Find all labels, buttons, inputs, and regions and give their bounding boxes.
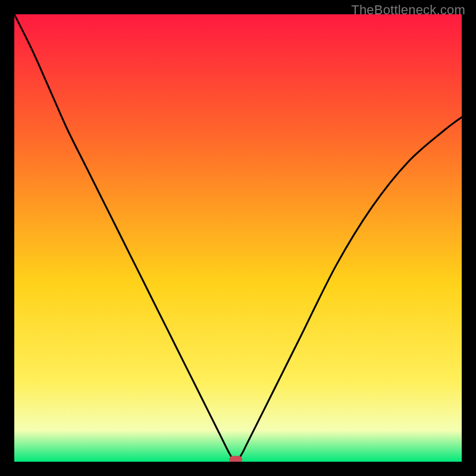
chart-frame: TheBottleneck.com bbox=[0, 0, 476, 476]
svg-rect-0 bbox=[229, 456, 242, 462]
chart-svg bbox=[14, 14, 462, 462]
watermark-text: TheBottleneck.com bbox=[351, 2, 465, 18]
chart-plot-area bbox=[14, 14, 462, 462]
chart-background-gradient bbox=[14, 14, 462, 462]
bottleneck-marker bbox=[229, 456, 242, 462]
